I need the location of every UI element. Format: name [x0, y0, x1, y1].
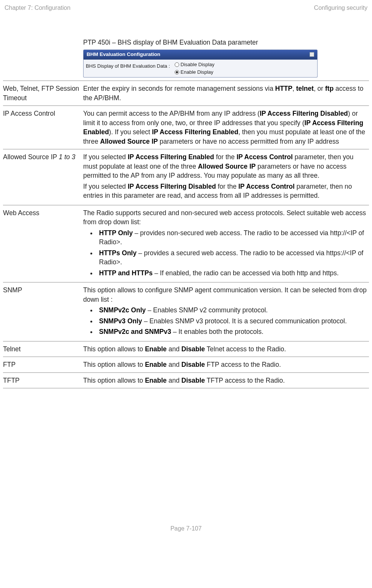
bold-term: Allowed Source IP — [198, 163, 256, 170]
text: for the — [214, 153, 236, 161]
text: and — [167, 345, 181, 353]
text: for the — [216, 183, 238, 190]
attr-desc: This option allows to Enable and Disable… — [83, 372, 369, 388]
text: If you selected — [83, 183, 128, 190]
text: – provides non-secured web access. The r… — [99, 229, 364, 246]
list-item: HTTP and HTTPs – If enabled, the radio c… — [97, 268, 367, 278]
text: – It enables both the protocols. — [171, 328, 264, 335]
radio-label: Disable Display — [181, 61, 215, 68]
panel-title: BHM Evaluation Configuration — [87, 51, 160, 58]
radio-enable-display[interactable] — [175, 70, 179, 74]
table-row: Allowed Source IP 1 to 3 If you selected… — [3, 149, 369, 205]
bold-term: IP Access Filtering Disabled — [260, 110, 348, 117]
text: , — [292, 85, 296, 92]
attr-desc: This option allows to Enable and Disable… — [83, 341, 369, 357]
page-footer: Page 7-107 — [3, 524, 369, 533]
table-row: Telnet This option allows to Enable and … — [3, 341, 369, 357]
header-section: Configuring security — [314, 4, 367, 12]
bold-term: Enable — [145, 361, 166, 368]
table-row: PTP 450i – BHS display of BHM Evaluation… — [3, 35, 369, 81]
attr-name: FTP — [3, 357, 83, 373]
text: Telnet access to the Radio. — [205, 345, 286, 353]
text: and — [167, 377, 181, 384]
text: If you selected — [83, 153, 128, 161]
list-item: HTTP Only – provides non-secured web acc… — [97, 228, 367, 247]
list-item: HTTPs Only – provides a secured web acce… — [97, 248, 367, 267]
bold-term: Disable — [181, 361, 205, 368]
bold-term: telnet — [296, 85, 314, 92]
text: This option allows to configure SNMP age… — [83, 285, 367, 304]
text: – If enabled, the radio can be accessed … — [153, 269, 339, 277]
header-chapter: Chapter 7: Configuration — [5, 4, 70, 12]
attr-desc: If you selected IP Access Filtering Enab… — [83, 149, 369, 205]
bold-term: Allowed Source IP — [100, 138, 158, 145]
text: You can permit access to the AP/BHM from… — [83, 110, 260, 117]
attr-name: Web Access — [3, 205, 83, 282]
italic-text: 1 to 3 — [59, 153, 76, 161]
attr-desc: This option allows to Enable and Disable… — [83, 357, 369, 373]
text: FTP access to the Radio. — [205, 361, 281, 368]
figure-caption: PTP 450i – BHS display of BHM Evaluation… — [83, 38, 367, 47]
bold-term: HTTPs Only — [99, 249, 136, 257]
bold-term: SNMPv2c Only — [99, 306, 146, 314]
bold-term: Disable — [181, 345, 205, 353]
bullet-list: HTTP Only – provides non-secured web acc… — [97, 228, 367, 278]
list-item: SNMPv3 Only – Enables SNMP v3 protocol. … — [97, 316, 367, 326]
bold-term: SNMPv2c and SNMPv3 — [99, 328, 171, 335]
bold-term: IP Access Control — [238, 183, 294, 190]
text: – Enables SNMP v2 community protocol. — [146, 306, 268, 314]
attr-name: Allowed Source IP 1 to 3 — [3, 149, 83, 205]
radio-label: Enable Display — [181, 69, 214, 76]
attr-name: Web, Telnet, FTP Session Timeout — [3, 81, 83, 106]
bold-term: IP Access Control — [237, 153, 293, 161]
text: parameters or have no access permitted f… — [158, 138, 339, 145]
attr-name: IP Access Control — [3, 106, 83, 149]
table-row: Web Access The Radio supports secured an… — [3, 205, 369, 282]
bullet-list: SNMPv2c Only – Enables SNMP v2 community… — [97, 306, 367, 337]
attr-name: SNMP — [3, 282, 83, 341]
bold-term: SNMPv3 Only — [99, 317, 142, 325]
bold-term: ftp — [325, 85, 333, 92]
attr-name: Telnet — [3, 341, 83, 357]
text: This option allows to — [83, 361, 145, 368]
bold-term: Enable — [145, 377, 166, 384]
table-row: TFTP This option allows to Enable and Di… — [3, 372, 369, 388]
text: ). If you select — [109, 128, 152, 136]
radio-disable-display[interactable] — [175, 62, 179, 67]
table-row: Web, Telnet, FTP Session Timeout Enter t… — [3, 81, 369, 106]
panel-row-label: BHS Display of BHM Evaluation Data : — [86, 61, 170, 70]
bold-term: IP Access Filtering Enabled — [152, 128, 239, 136]
attr-desc: This option allows to configure SNMP age… — [83, 282, 369, 341]
attr-desc: Enter the expiry in seconds for remote m… — [83, 81, 369, 106]
text: Allowed Source IP — [3, 153, 59, 161]
bold-term: Disable — [181, 377, 205, 384]
parameter-table: PTP 450i – BHS display of BHM Evaluation… — [3, 35, 369, 388]
bold-term: Enable — [145, 345, 166, 353]
list-item: SNMPv2c Only – Enables SNMP v2 community… — [97, 306, 367, 315]
list-item: SNMPv2c and SNMPv3 – It enables both the… — [97, 327, 367, 337]
minimize-icon — [310, 52, 314, 57]
bold-term: HTTP and HTTPs — [99, 269, 153, 277]
text: and — [167, 361, 181, 368]
text: This option allows to — [83, 377, 145, 384]
table-row: IP Access Control You can permit access … — [3, 106, 369, 149]
table-row: FTP This option allows to Enable and Dis… — [3, 357, 369, 373]
text: – Enables SNMP v3 protocol. It is a secu… — [142, 317, 347, 325]
bold-term: HTTP — [275, 85, 293, 92]
attr-desc: The Radio supports secured and non-secur… — [83, 205, 369, 282]
text: TFTP access to the Radio. — [205, 377, 285, 384]
figure-panel: BHM Evaluation Configuration BHS Display… — [83, 50, 318, 78]
text: This option allows to — [83, 345, 145, 353]
bold-term: HTTP Only — [99, 229, 133, 237]
attr-desc: You can permit access to the AP/BHM from… — [83, 106, 369, 149]
bold-term: IP Access Filtering Enabled — [128, 153, 214, 161]
text: , or — [314, 85, 325, 92]
panel-titlebar: BHM Evaluation Configuration — [83, 50, 318, 60]
page-header: Chapter 7: Configuration Configuring sec… — [3, 4, 369, 12]
attr-name: TFTP — [3, 372, 83, 388]
bold-term: IP Access Filtering Disabled — [128, 183, 216, 190]
text: Enter the expiry in seconds for remote m… — [83, 85, 275, 92]
text: The Radio supports secured and non-secur… — [83, 208, 367, 227]
table-row: SNMP This option allows to configure SNM… — [3, 282, 369, 341]
text: – provides a secured web access. The rad… — [99, 249, 363, 266]
